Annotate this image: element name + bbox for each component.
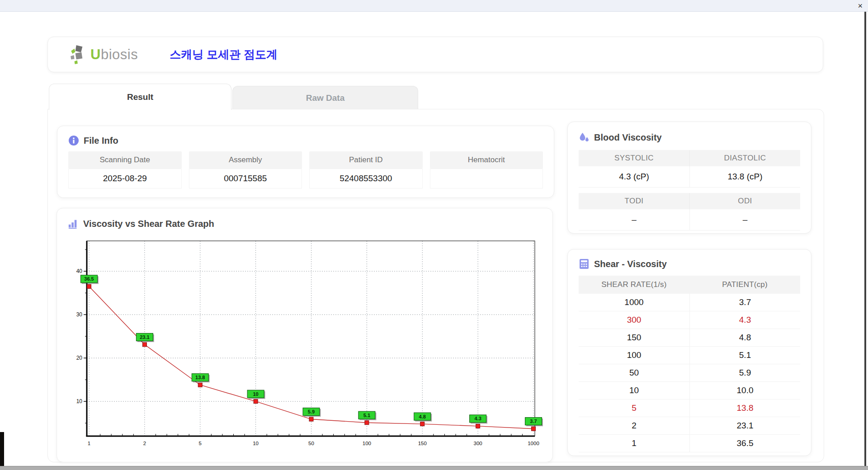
bar-chart-icon [68,218,79,229]
cell-patient: 4.8 [689,329,800,346]
info-icon [68,135,79,146]
tab-result[interactable]: Result [49,84,231,110]
svg-text:1000: 1000 [528,441,539,446]
svg-text:4.8: 4.8 [419,414,426,419]
svg-text:150: 150 [418,441,427,446]
file-info-field: Hematocrit [430,151,543,188]
bv-metric-group: TODIODI–– [579,193,800,230]
shear-viscosity-table: SHEAR RATE(1/s)PATIENT(cp)10003.73004.31… [579,276,800,452]
svg-text:13.8: 13.8 [195,375,205,380]
cell-shear-rate: 300 [579,311,689,329]
field-label: Scanning Date [68,151,182,169]
field-label: Patient ID [309,151,423,169]
field-label: Assembly [189,151,302,169]
table-row: 136.5 [579,435,800,452]
table-row: 1010.0 [579,382,800,400]
svg-text:100: 100 [363,441,371,446]
tab-raw-data[interactable]: Raw Data [232,86,418,109]
bv-metric-label: TODI [579,193,689,209]
graph-card: Viscosity vs Shear Rate Graph 1020304012… [57,208,553,462]
bv-header-row: TODIODI [579,193,800,209]
svg-text:10: 10 [253,391,259,397]
bv-metric-label: ODI [689,193,800,209]
field-label: Hematocrit [430,151,543,169]
svg-text:20: 20 [76,355,83,361]
window-close-button[interactable]: × [858,0,863,11]
table-row: 1504.8 [579,329,800,347]
cell-patient: 23.1 [689,417,800,434]
svg-text:40: 40 [76,268,83,274]
cell-shear-rate: 150 [579,329,689,346]
cell-shear-rate: 50 [579,364,689,381]
table-row: 505.9 [579,364,800,382]
cell-patient: 13.8 [689,400,800,417]
brand-logo: Ubiosis [70,44,138,65]
graph-title: Viscosity vs Shear Rate Graph [83,219,214,229]
cell-patient: 10.0 [689,382,800,399]
file-info-field: Assembly000715585 [189,151,302,188]
blood-viscosity-title: Blood Viscosity [594,132,662,143]
svg-text:10: 10 [253,441,259,446]
cell-shear-rate: 100 [579,347,689,364]
svg-text:4.3: 4.3 [474,416,481,421]
blood-viscosity-table: SYSTOLICDIASTOLIC4.3 (cP)13.8 (cP)TODIOD… [579,150,800,230]
svg-text:1: 1 [88,441,90,446]
bv-metric-value: – [689,209,800,230]
cell-patient: 5.1 [689,347,800,364]
cell-shear-rate: 5 [579,400,689,417]
svg-text:2: 2 [143,441,146,446]
svg-text:30: 30 [76,311,83,318]
svg-text:300: 300 [474,441,482,446]
svg-text:5: 5 [199,441,202,446]
svg-text:10: 10 [76,398,83,404]
app-subtitle: 스캐닝 모세관 점도계 [170,47,278,62]
bv-metric-label: DIASTOLIC [689,150,800,166]
droplets-icon [579,132,590,143]
desktop-background-strip [0,432,4,466]
shear-viscosity-title: Shear - Viscosity [594,259,667,269]
shear-viscosity-card: Shear - Viscosity SHEAR RATE(1/s)PATIENT… [567,249,811,456]
table-row: 1005.1 [579,347,800,364]
svg-text:23.1: 23.1 [140,334,149,340]
table-row: 513.8 [579,400,800,417]
field-value [430,169,543,188]
bv-metric-group: SYSTOLICDIASTOLIC4.3 (cP)13.8 (cP) [579,150,800,188]
cell-patient: 4.3 [689,311,800,329]
app-header: Ubiosis 스캐닝 모세관 점도계 [47,37,823,72]
table-row: 10003.7 [579,294,800,311]
bv-value-row: –– [579,209,800,230]
cell-shear-rate: 10 [579,382,689,399]
brand-text: Ubiosis [90,47,138,63]
taskbar-strip [0,466,868,470]
bv-metric-value: – [579,209,689,230]
cell-patient: 5.9 [689,364,800,381]
field-value: 000715585 [189,169,302,188]
svg-text:36.5: 36.5 [84,276,94,282]
viscosity-chart: 102030401251050100150300100036.523.113.8… [76,236,546,452]
bv-metric-label: SYSTOLIC [579,150,689,166]
bv-value-row: 4.3 (cP)13.8 (cP) [579,166,800,188]
table-row: 223.1 [579,417,800,435]
table-row: 3004.3 [579,311,800,329]
tab-content-panel: File Info Scanning Date2025-08-29Assembl… [47,109,824,462]
cell-patient: 3.7 [689,294,800,311]
file-info-fields: Scanning Date2025-08-29Assembly000715585… [68,151,543,188]
svg-text:5.9: 5.9 [308,409,315,414]
cell-shear-rate: 1000 [579,294,689,311]
table-header-row: SHEAR RATE(1/s)PATIENT(cp) [579,276,800,294]
file-info-field: Scanning Date2025-08-29 [68,151,182,188]
field-value: 2025-08-29 [68,169,182,188]
file-info-title: File Info [84,136,118,146]
blood-viscosity-card: Blood Viscosity SYSTOLICDIASTOLIC4.3 (cP… [567,122,811,234]
ubiosis-logo-icon [70,44,89,65]
bv-metric-value: 13.8 (cP) [689,166,800,187]
table-header-cell: PATIENT(cp) [689,276,800,294]
app-window: × Ubiosis 스캐닝 모세관 점도계 Result Raw Data [0,0,868,470]
svg-text:50: 50 [308,441,314,446]
bv-metric-value: 4.3 (cP) [579,166,689,187]
file-info-card: File Info Scanning Date2025-08-29Assembl… [57,126,554,198]
file-info-field: Patient ID52408553300 [309,151,423,188]
cell-shear-rate: 2 [579,417,689,434]
field-value: 52408553300 [309,169,423,188]
cell-patient: 36.5 [689,435,800,452]
